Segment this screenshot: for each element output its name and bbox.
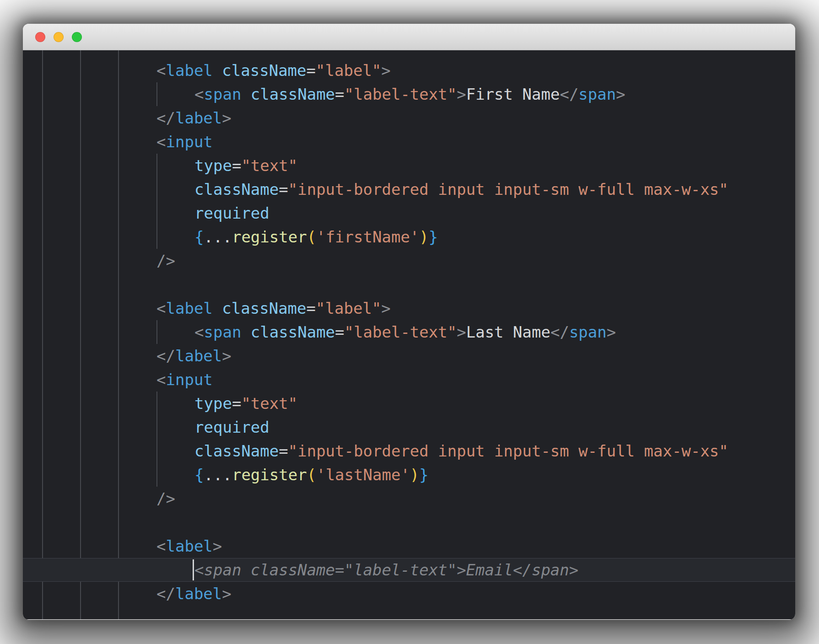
code-line: className="input-bordered input input-sm… [23,177,795,201]
code-line: {...register('firstName')} [23,225,795,249]
code-line: <label> [23,534,795,558]
minimize-button[interactable] [54,32,64,42]
zoom-button[interactable] [72,32,82,42]
code-line: required [23,201,795,225]
text-cursor [193,559,194,580]
code-editor[interactable]: <label className="label"><span className… [23,50,795,619]
code-line: </label> [23,344,795,368]
code-editor-window: <label className="label"><span className… [23,24,795,620]
code-line: required [23,415,795,439]
code-line: <span className="label-text">Last Name</… [23,320,795,344]
code-line: </label> [23,106,795,130]
code-line: /> [23,249,795,273]
code-line: <input [23,130,795,154]
code-line: {...register('lastName')} [23,463,795,487]
page-background: <label className="label"><span className… [0,0,819,644]
blank-line [23,273,795,296]
code-line: </label> [23,582,795,606]
blank-line [23,510,795,534]
window-titlebar[interactable] [23,24,795,50]
code-line: <label className="label"> [23,296,795,320]
ghost-suggestion-line: <span className="label-text">Email</span… [23,558,795,582]
code-line: type="text" [23,154,795,177]
code-line: <input [23,368,795,392]
close-button[interactable] [35,32,45,42]
code-line: /> [23,487,795,510]
code-line: type="text" [23,392,795,415]
code-line: className="input-bordered input input-sm… [23,439,795,463]
code-line: <span className="label-text">First Name<… [23,82,795,106]
traffic-lights [35,32,82,42]
code-line: <label className="label"> [23,59,795,82]
